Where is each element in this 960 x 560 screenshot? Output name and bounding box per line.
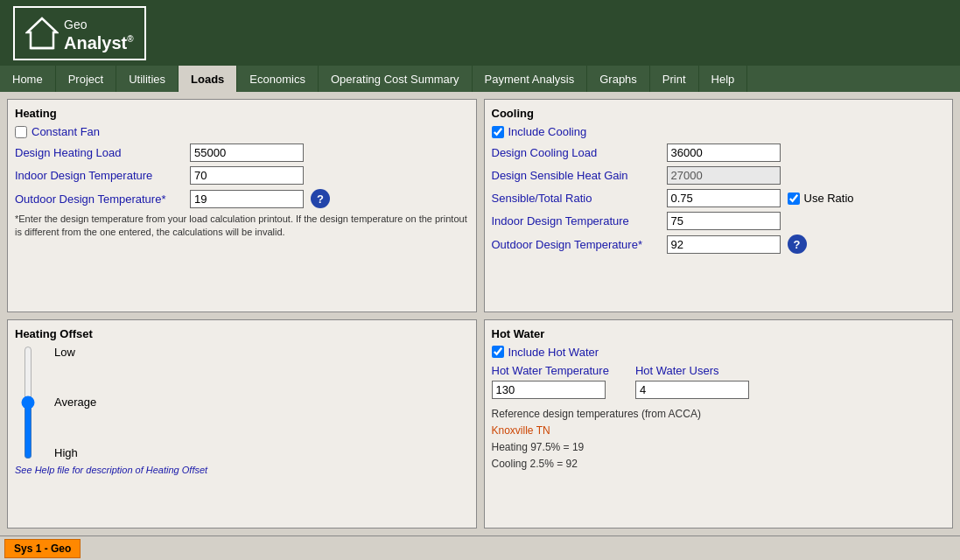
heating-help-button[interactable]: ?	[311, 189, 330, 208]
heating-note: *Enter the design temperature from your …	[15, 213, 469, 240]
cooling-indoor-temp-label: Indoor Design Temperature	[492, 214, 667, 228]
cooling-panel-title: Cooling	[492, 107, 946, 120]
hot-water-panel: Hot Water Include Hot Water Hot Water Te…	[484, 319, 954, 529]
heating-panel: Heating Constant Fan Design Heating Load…	[7, 99, 477, 312]
outdoor-temp-row: Outdoor Design Temperature* ?	[15, 189, 469, 208]
hw-ref-city: Knoxville TN	[492, 424, 550, 437]
indoor-temp-label: Indoor Design Temperature	[15, 169, 190, 182]
logo-house-icon	[25, 17, 59, 50]
design-cooling-load-input[interactable]	[667, 144, 781, 162]
navbar: Home Project Utilities Loads Economics O…	[0, 66, 960, 92]
logo-text: Geo Analyst®	[64, 13, 134, 53]
sensible-heat-gain-row: Design Sensible Heat Gain	[492, 166, 946, 185]
cooling-panel: Cooling Include Cooling Design Cooling L…	[484, 99, 954, 312]
include-cooling-row: Include Cooling	[492, 125, 946, 138]
design-heating-load-label: Design Heating Load	[15, 146, 190, 159]
sensible-heat-gain-input[interactable]	[667, 166, 781, 185]
include-cooling-label[interactable]: Include Cooling	[508, 125, 587, 138]
design-heating-load-input[interactable]	[190, 144, 304, 162]
svg-marker-0	[27, 18, 57, 48]
nav-operating-cost[interactable]: Operating Cost Summary	[319, 66, 473, 92]
indoor-temp-input[interactable]	[190, 166, 304, 185]
heating-offset-note: See Help file for description of Heating…	[15, 465, 469, 475]
heating-offset-panel: Heating Offset Low Average High See Help…	[7, 319, 477, 529]
sensible-ratio-label: Sensible/Total Ratio	[492, 192, 667, 205]
hw-users-label: Hot Water Users	[635, 364, 749, 377]
nav-project[interactable]: Project	[56, 66, 116, 92]
slider-low-label: Low	[54, 346, 96, 359]
indoor-temp-row: Indoor Design Temperature	[15, 166, 469, 185]
outdoor-temp-input[interactable]	[190, 190, 304, 208]
outdoor-temp-label: Outdoor Design Temperature*	[15, 192, 190, 206]
design-cooling-load-label: Design Cooling Load	[492, 146, 667, 159]
hw-fields-row: Hot Water Temperature Hot Water Users	[492, 364, 946, 399]
heating-offset-slider[interactable]	[15, 346, 41, 459]
cooling-outdoor-temp-input[interactable]	[667, 235, 781, 254]
hw-ref-line1: Reference design temperatures (from ACCA…	[492, 408, 701, 420]
heating-offset-slider-container: Low Average High	[15, 346, 469, 459]
logo-container: Geo Analyst®	[13, 6, 146, 60]
use-ratio-checkbox[interactable]	[788, 192, 800, 205]
slider-labels: Low Average High	[54, 346, 96, 459]
cooling-outdoor-temp-label: Outdoor Design Temperature*	[492, 238, 667, 251]
slider-high-label: High	[54, 446, 96, 459]
nav-payment[interactable]: Payment Analysis	[473, 66, 588, 92]
cooling-indoor-temp-input[interactable]	[667, 212, 781, 230]
sys-geo-button[interactable]: Sys 1 - Geo	[4, 539, 81, 558]
nav-graphs[interactable]: Graphs	[587, 66, 650, 92]
status-bar: Sys 1 - Geo	[0, 536, 960, 560]
constant-fan-checkbox[interactable]	[15, 126, 27, 138]
slider-average-label: Average	[54, 396, 96, 409]
hw-ref-heating: Heating 97.5% = 19	[492, 441, 585, 453]
hw-temp-group: Hot Water Temperature	[492, 364, 609, 399]
nav-loads[interactable]: Loads	[179, 66, 237, 92]
include-hw-label[interactable]: Include Hot Water	[508, 346, 599, 359]
hw-temp-input[interactable]	[492, 381, 606, 399]
hw-ref-cooling: Cooling 2.5% = 92	[492, 458, 578, 470]
use-ratio-container: Use Ratio	[788, 192, 854, 205]
cooling-indoor-temp-row: Indoor Design Temperature	[492, 212, 946, 230]
sensible-heat-gain-label: Design Sensible Heat Gain	[492, 169, 667, 182]
constant-fan-label[interactable]: Constant Fan	[32, 125, 100, 138]
hot-water-title: Hot Water	[492, 327, 946, 340]
sensible-ratio-input[interactable]	[667, 189, 781, 207]
include-hw-checkbox[interactable]	[492, 346, 504, 358]
nav-help[interactable]: Help	[699, 66, 748, 92]
heating-offset-title: Heating Offset	[15, 327, 469, 340]
slider-wrapper	[15, 346, 41, 459]
nav-economics[interactable]: Economics	[237, 66, 319, 92]
hw-users-group: Hot Water Users	[635, 364, 749, 399]
hw-ref-text: Reference design temperatures (from ACCA…	[492, 406, 946, 473]
cooling-help-button[interactable]: ?	[788, 234, 807, 254]
hw-temp-label: Hot Water Temperature	[492, 364, 609, 377]
nav-home[interactable]: Home	[0, 66, 56, 92]
include-cooling-checkbox[interactable]	[492, 126, 504, 138]
cooling-outdoor-temp-row: Outdoor Design Temperature* ?	[492, 234, 946, 254]
constant-fan-row: Constant Fan	[15, 125, 469, 138]
design-cooling-load-row: Design Cooling Load	[492, 144, 946, 162]
design-heating-load-row: Design Heating Load	[15, 144, 469, 162]
include-hw-row: Include Hot Water	[492, 346, 946, 359]
sensible-ratio-row: Sensible/Total Ratio Use Ratio	[492, 189, 946, 207]
hw-users-input[interactable]	[635, 381, 749, 399]
heating-panel-title: Heating	[15, 107, 469, 120]
use-ratio-label[interactable]: Use Ratio	[804, 192, 854, 205]
nav-print[interactable]: Print	[650, 66, 699, 92]
nav-utilities[interactable]: Utilities	[116, 66, 179, 92]
header: Geo Analyst®	[0, 0, 960, 66]
